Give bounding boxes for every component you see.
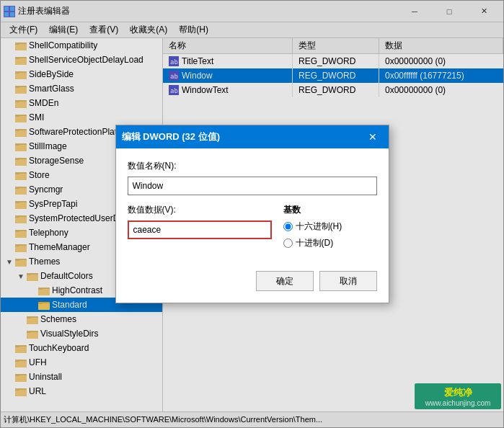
base-section: 基数 十六进制(H) 十进制(D) [283,204,377,254]
dec-radio-label[interactable]: 十进制(D) [283,237,377,249]
dec-radio-text: 十进制(D) [296,237,334,249]
dialog-body: 数值名称(N): 数值数据(V): 基数 十六进制(H) 十进制(D) [116,148,389,265]
cancel-button[interactable]: 取消 [319,271,377,291]
dec-radio[interactable] [283,238,293,248]
value-section: 数值数据(V): [128,204,272,239]
name-label: 数值名称(N): [128,160,377,172]
hex-radio[interactable] [283,222,293,231]
hex-radio-text: 十六进制(H) [296,220,342,233]
data-label: 数值数据(V): [128,204,272,216]
ok-button[interactable]: 确定 [256,271,314,291]
dialog-footer: 确定 取消 [116,265,389,303]
dialog-title-bar: 编辑 DWORD (32 位值) ✕ [116,125,389,148]
data-input[interactable] [128,220,272,239]
dialog-overlay: 编辑 DWORD (32 位值) ✕ 数值名称(N): 数值数据(V): 基数 … [0,0,504,428]
dialog-title: 编辑 DWORD (32 位值) [122,130,363,143]
dialog-close-button[interactable]: ✕ [363,127,383,147]
dialog-data-row: 数值数据(V): 基数 十六进制(H) 十进制(D) [128,204,377,254]
hex-radio-label[interactable]: 十六进制(H) [283,220,377,233]
edit-dword-dialog: 编辑 DWORD (32 位值) ✕ 数值名称(N): 数值数据(V): 基数 … [115,125,389,303]
name-input[interactable] [128,177,377,195]
base-label: 基数 [283,204,377,216]
